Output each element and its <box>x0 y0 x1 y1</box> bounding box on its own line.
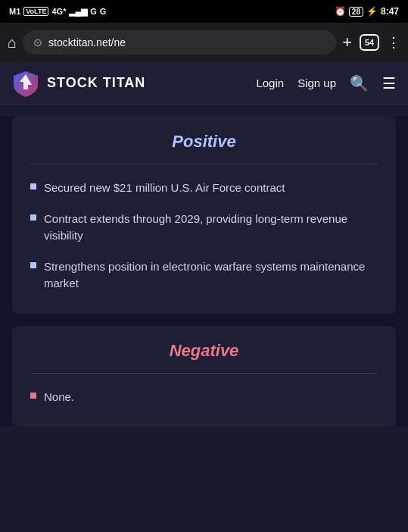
time-display: 8:47 <box>381 6 399 17</box>
positive-title: Positive <box>30 132 378 152</box>
bullet-icon <box>30 183 36 189</box>
positive-item-1: Secured new $21 million U.S. Air Force c… <box>44 180 285 197</box>
new-tab-button[interactable]: + <box>342 33 352 52</box>
negative-title-text: Negative <box>170 341 239 360</box>
logo-text: STOCK TITAN <box>47 75 145 91</box>
bullet-icon <box>30 214 36 221</box>
positive-bullet-list: Secured new $21 million U.S. Air Force c… <box>30 180 378 293</box>
tab-count-badge[interactable]: 54 <box>360 34 379 51</box>
browser-actions: + 54 ⋮ <box>342 33 400 52</box>
logo-shield-icon <box>12 70 39 97</box>
list-item: Contract extends through 2029, providing… <box>30 211 378 245</box>
bullet-icon <box>30 262 36 268</box>
login-link[interactable]: Login <box>256 77 284 89</box>
nav-links: Login Sign up 🔍 ☰ <box>256 74 396 92</box>
negative-title: Negative <box>30 341 378 361</box>
list-item: None. <box>30 389 378 406</box>
volte-badge: VoLTE <box>23 7 48 16</box>
address-bar[interactable]: ⊙ stocktitan.net/ne <box>23 30 336 55</box>
bullet-icon <box>30 393 36 399</box>
site-icon: ⊙ <box>33 36 42 49</box>
negative-divider <box>30 373 378 374</box>
alarm-icon: ⏰ <box>335 6 346 17</box>
home-button[interactable]: ⌂ <box>8 34 17 52</box>
status-left: M1 VoLTE 4G* ▂▄▆ G G <box>9 7 106 17</box>
signal-bars: ▂▄▆ <box>69 7 87 17</box>
network-4g: 4G* <box>51 7 66 16</box>
signup-link[interactable]: Sign up <box>297 77 336 89</box>
negative-bullet-list: None. <box>30 389 378 406</box>
url-text: stocktitan.net/ne <box>48 36 126 49</box>
charging-icon: ⚡ <box>366 6 378 17</box>
wifi-g1: G <box>90 7 97 16</box>
list-item: Strengthens position in electronic warfa… <box>30 258 378 293</box>
search-icon[interactable]: 🔍 <box>350 74 369 92</box>
battery-level: 28 <box>349 7 363 17</box>
positive-item-2: Contract extends through 2029, providing… <box>44 211 378 245</box>
positive-section: Positive Secured new $21 million U.S. Ai… <box>12 117 396 314</box>
browser-menu-button[interactable]: ⋮ <box>387 34 400 51</box>
positive-divider <box>30 164 378 164</box>
status-right: ⏰ 28 ⚡ 8:47 <box>335 6 399 17</box>
main-content: Positive Secured new $21 million U.S. Ai… <box>0 117 408 427</box>
list-item: Secured new $21 million U.S. Air Force c… <box>30 180 378 197</box>
positive-item-3: Strengthens position in electronic warfa… <box>44 258 378 293</box>
wifi-g2: G <box>100 7 107 16</box>
negative-item-1: None. <box>44 389 74 406</box>
positive-title-text: Positive <box>172 132 235 151</box>
carrier-label: M1 <box>9 7 20 16</box>
logo-area: STOCK TITAN <box>12 70 256 97</box>
navbar: STOCK TITAN Login Sign up 🔍 ☰ <box>0 62 408 105</box>
hamburger-menu-icon[interactable]: ☰ <box>382 74 396 92</box>
browser-chrome: ⌂ ⊙ stocktitan.net/ne + 54 ⋮ <box>0 23 408 62</box>
status-bar: M1 VoLTE 4G* ▂▄▆ G G ⏰ 28 ⚡ 8:47 <box>0 0 408 23</box>
negative-section: Negative None. <box>12 326 396 427</box>
